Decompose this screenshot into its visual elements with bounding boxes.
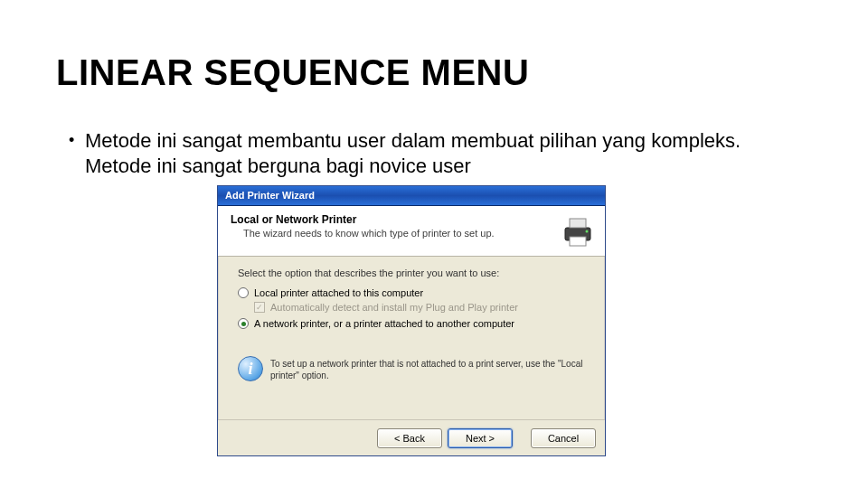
bullet-text: Metode ini sangat membantu user dalam me…	[69, 128, 796, 178]
info-note: i To set up a network printer that is no…	[238, 356, 585, 381]
radio-option-network[interactable]: A network printer, or a printer attached…	[238, 318, 585, 329]
printer-icon	[560, 213, 596, 249]
svg-rect-1	[570, 219, 586, 228]
wizard-header-title: Local or Network Printer	[231, 213, 592, 226]
cancel-button[interactable]: Cancel	[531, 428, 596, 448]
checkbox-auto-detect: ✓ Automatically detect and install my Pl…	[254, 302, 585, 313]
window-titlebar[interactable]: Add Printer Wizard	[218, 186, 605, 206]
radio-option-local[interactable]: Local printer attached to this computer	[238, 287, 585, 298]
svg-point-3	[586, 230, 589, 233]
wizard-content: Select the option that describes the pri…	[218, 257, 605, 381]
wizard-header: Local or Network Printer The wizard need…	[218, 206, 605, 257]
checkbox-icon: ✓	[254, 302, 265, 313]
radio-label-local: Local printer attached to this computer	[254, 287, 423, 298]
add-printer-wizard-window: Add Printer Wizard Local or Network Prin…	[217, 185, 606, 456]
slide-title: LINEAR SEQUENCE MENU	[56, 52, 529, 93]
next-button[interactable]: Next >	[448, 428, 513, 448]
wizard-header-subtitle: The wizard needs to know which type of p…	[231, 226, 592, 239]
svg-rect-2	[570, 237, 586, 246]
radio-icon	[238, 287, 249, 298]
back-button[interactable]: < Back	[377, 428, 442, 448]
radio-icon-selected	[238, 318, 249, 329]
wizard-button-bar: < Back Next > Cancel	[218, 419, 605, 455]
prompt-text: Select the option that describes the pri…	[238, 267, 585, 278]
info-text: To set up a network printer that is not …	[270, 356, 585, 381]
radio-label-network: A network printer, or a printer attached…	[254, 318, 514, 329]
checkbox-label-auto-detect: Automatically detect and install my Plug…	[270, 302, 518, 313]
bullet-item: • Metode ini sangat membantu user dalam …	[69, 128, 796, 178]
bullet-dot-icon: •	[69, 130, 74, 151]
info-icon: i	[238, 356, 263, 381]
